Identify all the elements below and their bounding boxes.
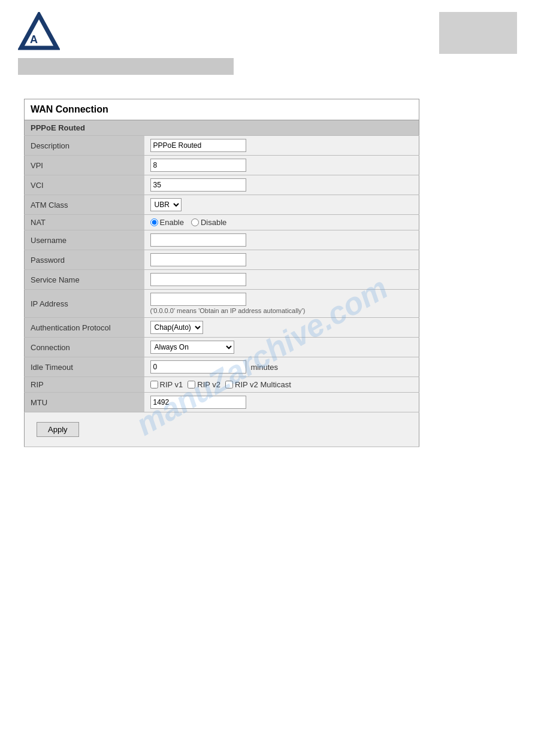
ip-address-note: ('0.0.0.0' means 'Obtain an IP address a… bbox=[150, 307, 413, 314]
svg-text:A: A bbox=[30, 34, 38, 45]
username-label: Username bbox=[25, 230, 144, 250]
vci-input[interactable] bbox=[150, 178, 246, 192]
service-name-row: Service Name bbox=[25, 270, 419, 290]
nat-label: NAT bbox=[25, 215, 144, 230]
rip-v2-multicast-label[interactable]: RIP v2 Multicast bbox=[225, 380, 291, 389]
rip-v2-label[interactable]: RIP v2 bbox=[188, 380, 220, 389]
password-row: Password bbox=[25, 250, 419, 270]
auth-protocol-label: Authentication Protocol bbox=[25, 318, 144, 338]
vci-row: VCI bbox=[25, 175, 419, 195]
idle-timeout-input[interactable] bbox=[150, 360, 246, 374]
atm-class-select[interactable]: UBR CBR VBR bbox=[150, 198, 182, 211]
header: A bbox=[0, 0, 535, 81]
idle-timeout-row: Idle Timeout minutes bbox=[25, 357, 419, 377]
nat-disable-label[interactable]: Disable bbox=[191, 218, 226, 227]
nat-enable-radio[interactable] bbox=[150, 218, 158, 226]
vpi-input[interactable] bbox=[150, 159, 246, 172]
atm-class-label: ATM Class bbox=[25, 195, 144, 215]
connection-row: Connection Always On Connect on Demand M… bbox=[25, 338, 419, 357]
mtu-label: MTU bbox=[25, 393, 144, 412]
description-label: Description bbox=[25, 136, 144, 156]
header-right-box bbox=[439, 12, 517, 54]
service-name-input[interactable] bbox=[150, 273, 246, 286]
wan-connection-table: PPPoE Routed Description VPI VCI bbox=[24, 120, 419, 447]
connection-label: Connection bbox=[25, 338, 144, 357]
username-row: Username bbox=[25, 230, 419, 250]
mtu-input[interactable] bbox=[150, 396, 246, 409]
nav-bar bbox=[18, 58, 234, 75]
description-row: Description bbox=[25, 136, 419, 156]
main-content: WAN Connection PPPoE Routed Description … bbox=[0, 87, 535, 459]
vci-label: VCI bbox=[25, 175, 144, 195]
rip-v2-checkbox[interactable] bbox=[188, 381, 195, 388]
company-logo: A bbox=[18, 12, 60, 51]
password-input[interactable] bbox=[150, 253, 246, 266]
apply-row: Apply bbox=[25, 412, 419, 447]
rip-v1-label[interactable]: RIP v1 bbox=[150, 380, 183, 389]
ip-address-input[interactable] bbox=[150, 293, 246, 306]
nat-disable-radio[interactable] bbox=[191, 218, 199, 226]
nat-row: NAT Enable Disable bbox=[25, 215, 419, 230]
idle-timeout-label: Idle Timeout bbox=[25, 357, 144, 377]
auth-protocol-select[interactable]: Chap(Auto) PAP CHAP bbox=[150, 321, 203, 334]
service-name-label: Service Name bbox=[25, 270, 144, 290]
apply-button[interactable]: Apply bbox=[37, 422, 79, 437]
auth-protocol-row: Authentication Protocol Chap(Auto) PAP C… bbox=[25, 318, 419, 338]
nat-enable-label[interactable]: Enable bbox=[150, 218, 184, 227]
atm-class-row: ATM Class UBR CBR VBR bbox=[25, 195, 419, 215]
mtu-row: MTU bbox=[25, 393, 419, 412]
username-input[interactable] bbox=[150, 233, 246, 247]
rip-v1-checkbox[interactable] bbox=[150, 381, 158, 388]
vpi-row: VPI bbox=[25, 156, 419, 175]
rip-row: RIP RIP v1 RIP v2 RIP v2 Mul bbox=[25, 377, 419, 393]
password-label: Password bbox=[25, 250, 144, 270]
rip-label: RIP bbox=[25, 377, 144, 393]
rip-v2-multicast-checkbox[interactable] bbox=[225, 381, 233, 388]
svg-marker-0 bbox=[21, 15, 57, 48]
connection-select[interactable]: Always On Connect on Demand Manual bbox=[150, 341, 234, 354]
description-input[interactable] bbox=[150, 139, 246, 152]
vpi-label: VPI bbox=[25, 156, 144, 175]
ip-address-row: IP Address ('0.0.0.0' means 'Obtain an I… bbox=[25, 290, 419, 318]
idle-timeout-suffix: minutes bbox=[251, 363, 279, 372]
pppoe-routed-subtitle: PPPoE Routed bbox=[31, 123, 85, 132]
ip-address-label: IP Address bbox=[25, 290, 144, 318]
wan-connection-title: WAN Connection bbox=[24, 99, 419, 120]
logo-area: A bbox=[18, 12, 234, 75]
